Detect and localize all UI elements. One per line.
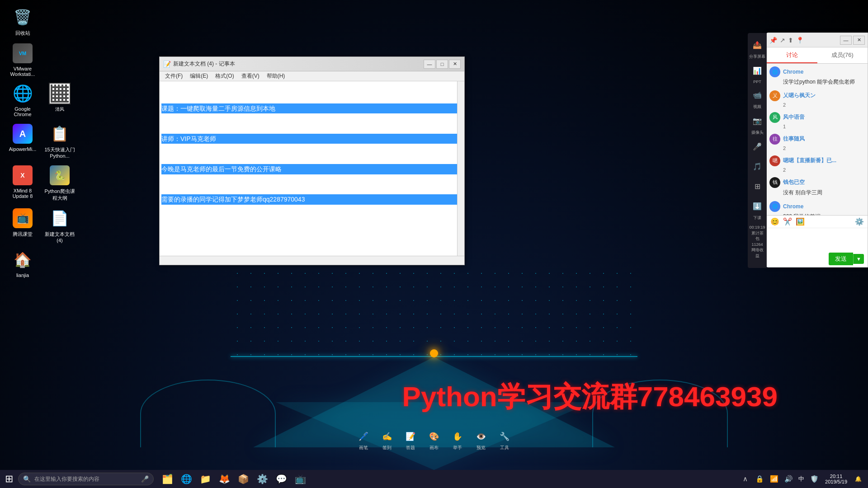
chat-minimize-btn[interactable]: — (840, 36, 852, 45)
chat-message-4: 往 往事随风 2 (769, 134, 865, 151)
desktop-icon-python-lesson[interactable]: 🐍 Python爬虫课程大纲 (42, 163, 78, 203)
desktop-icon-chrome[interactable]: 🌐 Google Chrome (5, 81, 41, 119)
chat-close-btn[interactable]: ✕ (853, 36, 865, 45)
chat-share-icon[interactable]: ↗ (780, 37, 785, 44)
chat-messages[interactable]: 🌐 Chrome 没学过python 能学会爬虫老师 乂 乂嗯ら枫天ン 2 风 … (767, 64, 868, 215)
taskbar-search[interactable]: 🔍 在这里输入你要搜索的内容 🎤 (18, 473, 154, 485)
notepad-content-area[interactable]: 课题：一键爬取海量二手房源信息到本地 讲师：VIP马克老师 今晚是马克老师的最后… (160, 81, 464, 256)
tray-wifi[interactable]: 📶 (768, 470, 780, 488)
image-icon[interactable]: 🖼️ (796, 217, 805, 226)
chat-text-6: 没有 别自学三周 (783, 189, 865, 197)
chat-username-7: Chrome (783, 203, 803, 210)
taskbar-app7[interactable]: 💬 (272, 470, 290, 488)
desktop-icon-python-class[interactable]: 📋 15天快速入门Python... (42, 121, 78, 160)
taskbar-app6[interactable]: ⚙️ (253, 470, 271, 488)
settings-icon[interactable]: ⚙️ (855, 217, 864, 226)
notepad-menu-edit[interactable]: 编辑(E) (186, 71, 212, 81)
scissors-icon[interactable]: ✂️ (783, 217, 792, 226)
notepad-scrollbar[interactable] (457, 81, 464, 256)
notepad-minimize-btn[interactable]: — (424, 60, 435, 69)
gongju-label: 工具 (500, 445, 509, 451)
desktop-icon-tencent[interactable]: 📺 腾讯课堂 (5, 206, 41, 239)
download-label: 下课 (753, 215, 761, 221)
chat-tab-discuss[interactable]: 讨论 (767, 47, 817, 63)
clock-date: 2019/5/19 (825, 479, 847, 484)
notepad-maximize-btn[interactable]: □ (436, 60, 448, 69)
chat-avatar-1: 🌐 (769, 66, 780, 77)
notepad-statusbar (160, 256, 464, 265)
notepad-window[interactable]: 📝 新建文本文档 (4) - 记事本 — □ ✕ 文件(F) 编辑(E) 格式(… (159, 56, 465, 265)
teaching-tool-qiandao[interactable]: ✍️ 签到 (380, 429, 394, 451)
notepad-title: 新建文本文档 (4) - 记事本 (173, 60, 424, 68)
desktop-icon-apowermi[interactable]: A AipowerMi... (5, 121, 41, 154)
desktop-icon-newtxt[interactable]: 📄 新建文本文档 (4) (42, 206, 78, 245)
tray-chevron[interactable]: ∧ (739, 470, 751, 488)
music-tool[interactable]: 🎵 (749, 158, 765, 174)
teaching-tool-yulan[interactable]: 👁️ 预览 (474, 429, 488, 451)
taskbar-edge[interactable]: 🌐 (177, 470, 195, 488)
desktop-icon-lianjia[interactable]: 🏠 lianjia (5, 247, 41, 280)
taskbar-task-view[interactable]: 🗂️ (158, 470, 176, 488)
notepad-close-btn[interactable]: ✕ (449, 60, 461, 69)
chat-tab-members[interactable]: 成员(76) (817, 47, 868, 63)
taskbar-clock[interactable]: 20:11 2019/5/19 (822, 470, 850, 488)
chat-message-2: 乂 乂嗯ら枫天ン 2 (769, 90, 865, 108)
chat-expand-icon[interactable]: ⬆ (788, 37, 793, 44)
chat-avatar-3: 风 (769, 112, 780, 123)
chat-title-icons: 📌 ↗ ⬆ 📍 (769, 37, 804, 44)
xmind-label: XMind 8 Update 8 (6, 188, 39, 199)
teaching-tool-huabu[interactable]: 🎨 画布 (427, 429, 441, 451)
taskbar-app-icons: 🗂️ 🌐 📁 🦊 📦 ⚙️ 💬 📺 (158, 470, 309, 488)
mic-tool[interactable]: 🎤 (749, 138, 765, 155)
ppt-tool[interactable]: 📊 (749, 62, 765, 79)
chat-send-arrow-button[interactable]: ▼ (853, 254, 864, 264)
dati-icon: 📝 (403, 429, 418, 444)
taskbar-explorer[interactable]: 📁 (196, 470, 214, 488)
notepad-menu-help[interactable]: 帮助(H) (263, 71, 289, 81)
tray-volume[interactable]: 🔊 (782, 470, 795, 488)
chat-username-2: 乂嗯ら枫天ン (783, 92, 816, 99)
share-screen-tool[interactable]: 📤 (749, 37, 765, 53)
desktop-icon-xmind[interactable]: X XMind 8 Update 8 (5, 163, 41, 201)
dati-label: 答题 (406, 445, 415, 451)
apowermi-icon: A (12, 123, 33, 145)
huabi-icon: 🖊️ (356, 429, 371, 444)
tray-security[interactable]: 🛡️ (808, 470, 821, 488)
taskbar-app5[interactable]: 📦 (234, 470, 252, 488)
chat-input-field[interactable] (767, 228, 868, 251)
start-button[interactable]: ⊞ (0, 470, 18, 488)
newtxt-label: 新建文本文档 (4) (43, 231, 76, 243)
chat-avatar-5: 嗯 (769, 155, 780, 166)
chat-pin-icon[interactable]: 📌 (769, 37, 777, 44)
holo-dot (430, 349, 438, 357)
teaching-tool-jushou[interactable]: ✋ 举手 (450, 429, 465, 451)
tray-notification[interactable]: 🔔 (852, 470, 864, 488)
taskbar-ime[interactable]: 中 (797, 475, 806, 483)
notepad-menu-format[interactable]: 格式(O) (212, 71, 237, 81)
tray-network[interactable]: 🔒 (753, 470, 766, 488)
notepad-line-3: 今晚是马克老师的最后一节免费的公开课略 (161, 164, 462, 174)
lianjia-icon: 🏠 (12, 249, 33, 271)
chat-pin2-icon[interactable]: 📍 (796, 37, 804, 44)
desktop-icon-recycle[interactable]: 🗑️ 回收站 (5, 5, 41, 38)
taskbar-fox[interactable]: 🦊 (215, 470, 233, 488)
emoji-icon[interactable]: 😊 (770, 217, 779, 226)
notepad-menu-file[interactable]: 文件(F) (161, 71, 186, 81)
download-tool[interactable]: ⬇️ (749, 198, 765, 214)
notepad-menubar: 文件(F) 编辑(E) 格式(O) 查看(V) 帮助(H) (160, 71, 464, 81)
teaching-tool-huabi[interactable]: 🖊️ 画笔 (356, 429, 371, 451)
notepad-menu-view[interactable]: 查看(V) (238, 71, 263, 81)
camera-tool[interactable]: 📷 (749, 113, 765, 129)
chat-message-1: 🌐 Chrome 没学过python 能学会爬虫老师 (769, 66, 865, 86)
desktop-icon-vmware[interactable]: VM VMware Workstati... (5, 41, 41, 79)
mic-icon[interactable]: 🎤 (141, 475, 149, 483)
chat-send-button[interactable]: 发送 (829, 253, 853, 265)
desktop-icon-qr[interactable]: 清风 (42, 81, 78, 114)
grid-tool[interactable]: ⊞ (749, 178, 765, 194)
teaching-tool-dati[interactable]: 📝 答题 (403, 429, 418, 451)
video-tool[interactable]: 📹 (749, 87, 765, 103)
teaching-tool-gongju[interactable]: 🔧 工具 (497, 429, 512, 451)
python-lesson-icon: 🐍 (49, 164, 71, 186)
notepad-titlebar[interactable]: 📝 新建文本文档 (4) - 记事本 — □ ✕ (160, 57, 464, 71)
taskbar-app8[interactable]: 📺 (291, 470, 309, 488)
